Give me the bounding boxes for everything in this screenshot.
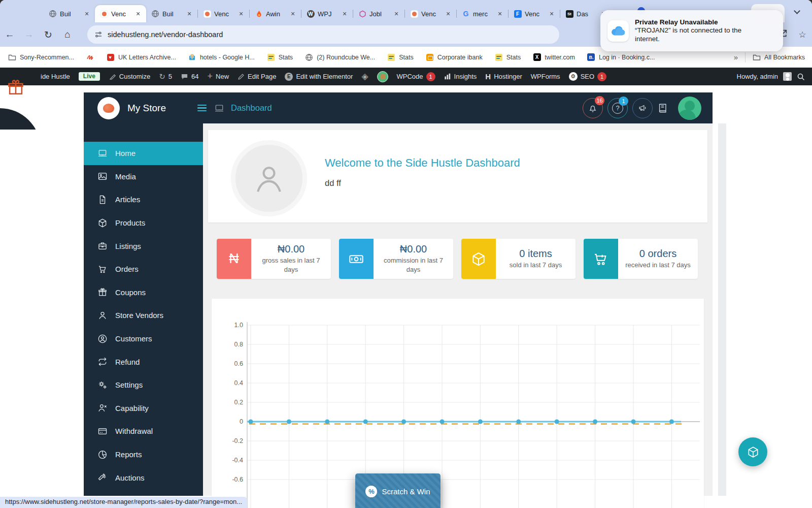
elementor-label: Edit with Elementor: [296, 73, 353, 80]
user-avatar[interactable]: [678, 97, 701, 120]
sidebar-item-home[interactable]: Home: [84, 142, 203, 165]
hexagon-favicon: [358, 10, 366, 18]
bookmark-item[interactable]: UK Letters Archive...: [107, 53, 176, 61]
tab-close-icon[interactable]: ×: [548, 10, 556, 18]
sidebar-item-products[interactable]: Products: [84, 211, 203, 235]
tab-close-icon[interactable]: ×: [341, 10, 349, 18]
tab-close-icon[interactable]: ×: [134, 10, 142, 18]
notification-body: “TROJAN2” is not connected to the intern…: [635, 26, 761, 44]
admin-new[interactable]: + New: [208, 71, 229, 82]
tab-search-chevron-icon[interactable]: [794, 8, 800, 14]
seo-label: SEO: [581, 73, 594, 80]
home-icon[interactable]: ⌂: [58, 29, 77, 40]
reload-icon[interactable]: ↻: [39, 29, 58, 41]
help-button[interactable]: ? 1: [607, 98, 628, 118]
tab-close-icon[interactable]: ×: [392, 10, 400, 18]
sidebar-item-articles[interactable]: Articles: [84, 188, 203, 211]
sales-chart: 1.00.80.60.40.20-0.2-0.4-0.6: [212, 299, 704, 508]
stat-card: 0 ordersreceived in last 7 days: [584, 239, 698, 279]
sidebar-item-refund[interactable]: Refund: [84, 350, 203, 373]
page-content: My Store Dashboard 16 ? 1 H: [0, 85, 812, 508]
bookmark-star-icon[interactable]: ☆: [793, 29, 812, 40]
bookmark-item[interactable]: (2) Roundcube We...: [305, 53, 375, 61]
bookmark-label: Stats: [279, 54, 293, 61]
updates-count: 5: [168, 73, 172, 80]
bookmark-item[interactable]: Sony-Recommen...: [8, 53, 74, 61]
admin-insights[interactable]: Insights: [444, 73, 477, 80]
megaphone-icon: [637, 103, 648, 113]
store-logo[interactable]: [97, 97, 120, 119]
plugin-avatar-icon[interactable]: [377, 71, 388, 82]
admin-edit-page[interactable]: Edit Page: [238, 73, 276, 80]
browser-tab[interactable]: Awin×: [250, 5, 301, 22]
browser-tab[interactable]: WWPJ×: [301, 5, 353, 22]
note-favicon: [495, 53, 503, 61]
forward-icon[interactable]: →: [19, 29, 39, 40]
address-bar[interactable]: sidehustleng.net/vendor-dashboard: [87, 25, 559, 44]
sidebar-item-settings[interactable]: Settings: [84, 373, 203, 397]
sidebar-item-capability[interactable]: Capability: [84, 397, 203, 420]
admin-hostinger[interactable]: H Hostinger: [485, 72, 522, 81]
browser-tab[interactable]: Venc×: [198, 5, 249, 22]
browser-tab[interactable]: Buil×: [44, 5, 95, 22]
admin-seo[interactable]: ⚙ SEO 1: [569, 72, 606, 81]
sidebar-item-withdrawal[interactable]: Withdrawal: [84, 420, 203, 443]
admin-elementor[interactable]: E Edit with Elementor: [285, 73, 353, 81]
bookmark-item[interactable]: Xtwitter.com: [533, 53, 575, 61]
search-icon[interactable]: [797, 73, 805, 81]
admin-wpcode[interactable]: WPCode 1: [397, 72, 435, 81]
sidebar-item-store-vendors[interactable]: Store Vendors: [84, 304, 203, 327]
bookmark-item[interactable]: B.Log in · Booking.c...: [587, 53, 655, 61]
bell-icon: [588, 103, 598, 113]
folder-icon: [753, 53, 761, 61]
tab-close-icon[interactable]: ×: [83, 10, 91, 18]
sidebar-item-media[interactable]: Media: [84, 165, 203, 188]
tab-close-icon[interactable]: ×: [289, 10, 297, 18]
admin-updates[interactable]: ↻ 5: [159, 72, 172, 81]
back-icon[interactable]: ←: [0, 29, 19, 40]
tab-close-icon[interactable]: ×: [185, 10, 193, 18]
scratch-and-win-button[interactable]: % Scratch & Win: [355, 473, 441, 508]
bookmark-item[interactable]: Stats: [267, 53, 293, 61]
announcements-button[interactable]: [632, 98, 653, 118]
bookmark-item[interactable]: Stats: [495, 53, 521, 61]
browser-tab[interactable]: Gmerc×: [457, 5, 508, 22]
svg-text:0.2: 0.2: [234, 399, 243, 406]
menu-toggle-icon[interactable]: [197, 105, 207, 112]
sidebar-item-auctions[interactable]: Auctions: [84, 466, 203, 489]
diamond-icon[interactable]: ◈: [361, 71, 368, 82]
browser-tab[interactable]: FVenc×: [509, 5, 560, 22]
macos-notification[interactable]: Private Relay Unavailable “TROJAN2” is n…: [600, 10, 783, 51]
live-badge[interactable]: Live: [79, 72, 100, 81]
bookmark-item[interactable]: Stats: [387, 53, 414, 61]
bookmark-item[interactable]: hotels - Google H...: [188, 53, 255, 61]
bookmarks-overflow-icon[interactable]: »: [734, 53, 738, 61]
admin-comments[interactable]: 64: [181, 73, 198, 80]
admin-avatar[interactable]: [783, 72, 792, 81]
site-settings-icon[interactable]: [94, 30, 103, 39]
sidebar-item-customers[interactable]: Customers: [84, 327, 203, 351]
browser-tab[interactable]: Venc×: [405, 5, 456, 22]
browser-tab[interactable]: Venc×: [95, 5, 146, 22]
howdy-admin[interactable]: Howdy, admin: [737, 73, 778, 80]
admin-wpforms[interactable]: WPForms: [531, 73, 560, 80]
knowledgebase-book-icon[interactable]: [657, 103, 668, 114]
tab-close-icon[interactable]: ×: [496, 10, 504, 18]
browser-tab[interactable]: Buil×: [146, 5, 197, 22]
admin-customize[interactable]: Customize: [109, 73, 150, 80]
products-fab[interactable]: [738, 437, 767, 466]
all-bookmarks-button[interactable]: All Bookmarks: [753, 53, 805, 61]
tab-close-icon[interactable]: ×: [237, 10, 245, 18]
notifications-button[interactable]: 16: [583, 98, 603, 118]
admin-site-name[interactable]: ide Hustle: [41, 73, 70, 80]
svg-text:-0.2: -0.2: [232, 437, 243, 444]
stat-caption: received in last 7 days: [625, 261, 691, 270]
browser-tab[interactable]: Jobl×: [353, 5, 404, 22]
bookmark-item[interactable]: Corporate ibank: [426, 53, 483, 61]
sidebar-item-coupons[interactable]: Coupons: [84, 281, 203, 304]
sidebar-item-reports[interactable]: Reports: [84, 443, 203, 466]
bookmark-label: Corporate ibank: [437, 54, 483, 61]
tab-close-icon[interactable]: ×: [444, 10, 452, 18]
bookmark-item[interactable]: [86, 53, 94, 61]
breadcrumb-dashboard[interactable]: Dashboard: [231, 103, 272, 113]
